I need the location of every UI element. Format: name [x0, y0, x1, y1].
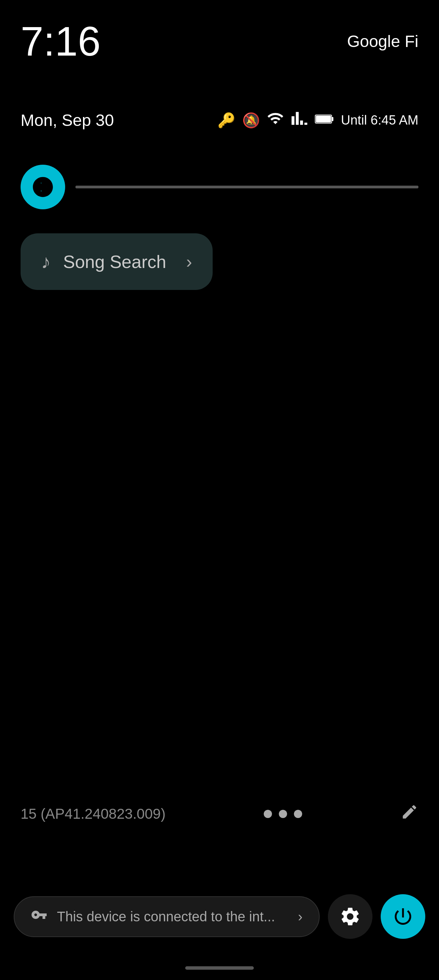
dot-3: [294, 810, 302, 818]
brightness-fill: [76, 186, 418, 188]
power-icon: [392, 905, 414, 928]
svg-point-3: [39, 183, 47, 191]
signal-icon: [291, 110, 308, 130]
status-icons: 🔑 🔕 Until 6:45 AM: [217, 110, 418, 130]
chevron-right-icon: ›: [186, 251, 192, 272]
brightness-slider[interactable]: [76, 186, 418, 188]
vpn-chevron-icon: ›: [298, 909, 303, 924]
power-button[interactable]: [381, 894, 425, 939]
until-text: Until 6:45 AM: [341, 113, 418, 128]
vpn-text: This device is connected to the int...: [57, 909, 288, 924]
music-note-icon: ♪: [41, 250, 51, 273]
svg-rect-2: [316, 116, 331, 123]
status-carrier: Google Fi: [347, 32, 418, 51]
song-search-card[interactable]: ♪ Song Search ›: [21, 233, 212, 290]
settings-button[interactable]: [328, 894, 372, 939]
mute-icon: 🔕: [242, 112, 260, 129]
build-number-area: 15 (AP41.240823.009): [0, 803, 439, 825]
dot-1: [264, 810, 272, 818]
status-date: Mon, Sep 30: [21, 111, 114, 130]
pagination-dots: [264, 810, 302, 818]
home-indicator: [185, 966, 254, 970]
build-number: 15 (AP41.240823.009): [21, 806, 166, 822]
brightness-icon: [31, 175, 55, 199]
edit-icon[interactable]: [401, 803, 418, 825]
settings-icon: [339, 905, 361, 928]
brightness-button[interactable]: [21, 165, 65, 209]
key-icon: 🔑: [217, 112, 235, 129]
svg-rect-1: [332, 117, 333, 121]
status-time: 7:16: [21, 21, 101, 62]
song-search-left: ♪ Song Search: [41, 250, 166, 273]
dot-2: [279, 810, 287, 818]
battery-icon: [315, 112, 334, 128]
bottom-bar: This device is connected to the int... ›: [14, 894, 425, 939]
vpn-key-icon: [31, 907, 48, 927]
brightness-row: [0, 165, 439, 209]
status-bar: 7:16 Google Fi: [0, 21, 439, 62]
status-date-row: Mon, Sep 30 🔑 🔕 Until 6:45 AM: [0, 110, 439, 130]
vpn-pill[interactable]: This device is connected to the int... ›: [14, 896, 320, 937]
song-search-label: Song Search: [63, 251, 166, 272]
wifi-icon: [267, 110, 284, 130]
